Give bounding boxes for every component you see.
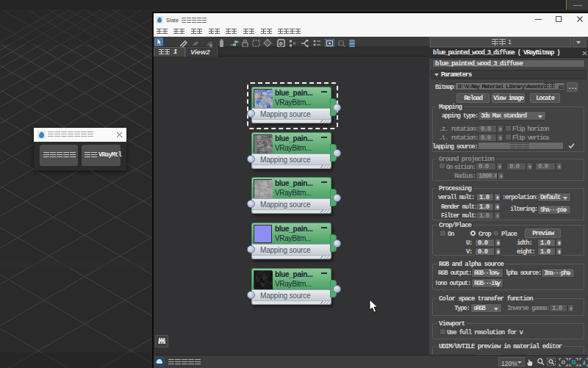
- svg-text:0: 0: [279, 40, 283, 47]
